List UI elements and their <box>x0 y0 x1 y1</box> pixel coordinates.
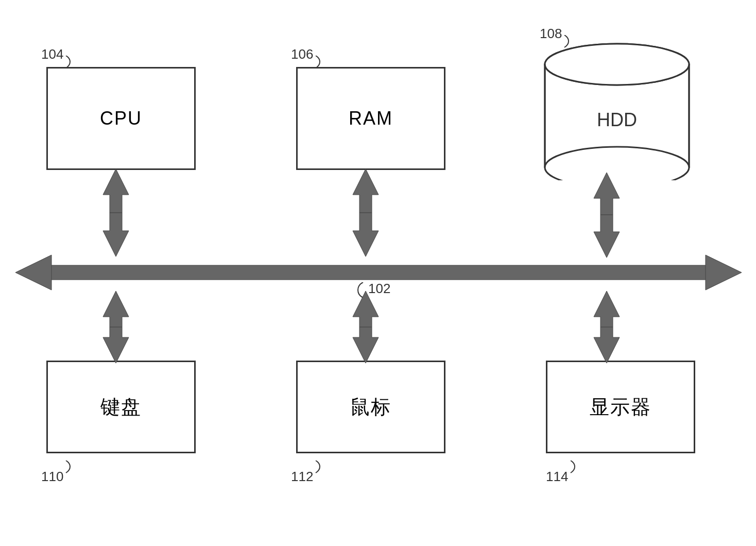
svg-marker-21 <box>594 327 620 363</box>
svg-text:HDD: HDD <box>597 109 637 130</box>
mouse-label: 鼠标 <box>350 394 391 420</box>
svg-marker-19 <box>594 215 620 258</box>
keyboard-box: 键盘 <box>46 361 196 453</box>
cpu-ref-label: 104 <box>41 46 63 62</box>
cpu-label: CPU <box>100 108 142 129</box>
svg-marker-8 <box>15 255 51 290</box>
monitor-box: 显示器 <box>546 361 695 453</box>
cpu-bus-arrow-upper <box>100 169 131 257</box>
hdd-brace <box>559 35 570 48</box>
ram-brace <box>311 56 321 69</box>
hdd-bus-arrow-upper <box>591 173 622 258</box>
mouse-ref-label: 112 <box>291 469 313 485</box>
hdd-ref-label: 108 <box>540 26 562 42</box>
cpu-box: CPU <box>46 67 196 170</box>
hdd-cylinder: HDD <box>540 39 694 180</box>
keyboard-brace <box>61 460 71 473</box>
ram-label: RAM <box>349 108 393 129</box>
svg-marker-14 <box>353 169 379 213</box>
svg-marker-11 <box>103 213 129 257</box>
svg-marker-20 <box>594 291 620 327</box>
monitor-ref-label: 114 <box>546 469 568 485</box>
keyboard-label: 键盘 <box>100 394 142 420</box>
svg-marker-17 <box>353 327 379 363</box>
svg-marker-12 <box>103 291 129 327</box>
hdd-bus-arrow-lower <box>591 291 622 363</box>
cpu-brace <box>61 56 71 69</box>
monitor-label: 显示器 <box>590 394 651 420</box>
svg-marker-16 <box>353 291 379 327</box>
monitor-brace <box>565 460 576 473</box>
svg-marker-10 <box>103 169 129 213</box>
svg-marker-18 <box>594 173 620 215</box>
mouse-box: 鼠标 <box>296 361 445 453</box>
ram-ref-label: 106 <box>291 46 313 62</box>
cpu-bus-arrow-lower <box>100 291 131 363</box>
svg-marker-13 <box>103 327 129 363</box>
ram-bus-arrow-lower <box>350 291 381 363</box>
keyboard-ref-label: 110 <box>41 469 63 485</box>
ram-box: RAM <box>296 67 445 170</box>
svg-marker-15 <box>353 213 379 257</box>
svg-rect-7 <box>46 265 711 280</box>
ram-bus-arrow-upper <box>350 169 381 257</box>
diagram: CPU RAM HDD 键盘 鼠标 显示器 <box>0 0 756 546</box>
svg-point-3 <box>545 44 689 85</box>
mouse-brace <box>311 460 321 473</box>
svg-marker-9 <box>706 255 742 290</box>
